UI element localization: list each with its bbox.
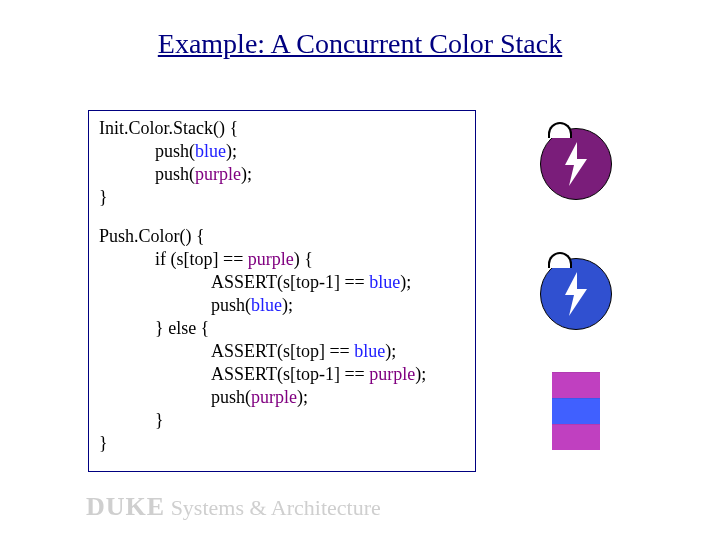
stack-cell	[552, 372, 600, 398]
code-box: Init.Color.Stack() { push(blue); push(pu…	[88, 110, 476, 472]
color-blue: blue	[369, 272, 400, 292]
code-line: }	[99, 409, 465, 432]
thread-icon-purple	[540, 128, 612, 200]
spacer	[99, 209, 465, 225]
text: );	[297, 387, 308, 407]
svg-marker-0	[565, 142, 587, 186]
code-line: ASSERT(s[top] == blue);	[99, 340, 465, 363]
thread-arc-icon	[548, 122, 572, 138]
code-line: } else {	[99, 317, 465, 340]
footer-logo: DUKE	[86, 492, 165, 521]
color-purple: purple	[369, 364, 415, 384]
color-blue: blue	[195, 141, 226, 161]
text: push(	[155, 141, 195, 161]
text: );	[415, 364, 426, 384]
color-purple: purple	[195, 164, 241, 184]
text: );	[400, 272, 411, 292]
thread-icon-blue	[540, 258, 612, 330]
code-line: ASSERT(s[top-1] == blue);	[99, 271, 465, 294]
text: ASSERT(s[top-1] ==	[211, 272, 369, 292]
thread-arc-icon	[548, 252, 572, 268]
lightning-icon	[559, 271, 593, 317]
code-line: push(blue);	[99, 294, 465, 317]
text: );	[282, 295, 293, 315]
text: );	[226, 141, 237, 161]
footer-text: Systems & Architecture	[165, 495, 381, 520]
color-purple: purple	[251, 387, 297, 407]
text: );	[241, 164, 252, 184]
stack-visual	[552, 372, 600, 450]
text: );	[385, 341, 396, 361]
svg-marker-1	[565, 272, 587, 316]
text: push(	[211, 387, 251, 407]
code-line: }	[99, 432, 465, 455]
code-line: Push.Color() {	[99, 225, 465, 248]
text: if (s[top] ==	[155, 249, 248, 269]
lightning-icon	[559, 141, 593, 187]
text: push(	[155, 164, 195, 184]
code-line: ASSERT(s[top-1] == purple);	[99, 363, 465, 386]
code-line: }	[99, 186, 465, 209]
code-line: push(purple);	[99, 386, 465, 409]
text: ASSERT(s[top-1] ==	[211, 364, 369, 384]
code-line: push(blue);	[99, 140, 465, 163]
color-purple: purple	[248, 249, 294, 269]
code-line: if (s[top] == purple) {	[99, 248, 465, 271]
stack-cell	[552, 398, 600, 424]
code-line: push(purple);	[99, 163, 465, 186]
code-line: Init.Color.Stack() {	[99, 117, 465, 140]
color-blue: blue	[251, 295, 282, 315]
text: ASSERT(s[top] ==	[211, 341, 354, 361]
page-title: Example: A Concurrent Color Stack	[0, 28, 720, 60]
color-blue: blue	[354, 341, 385, 361]
stack-cell	[552, 424, 600, 450]
text: ) {	[294, 249, 313, 269]
text: push(	[211, 295, 251, 315]
footer: DUKE Systems & Architecture	[86, 492, 381, 522]
